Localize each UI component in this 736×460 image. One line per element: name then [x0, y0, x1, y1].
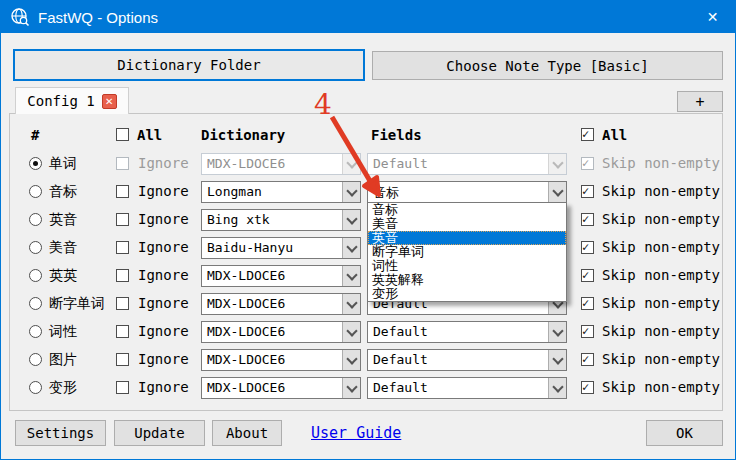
- ignore-checkbox[interactable]: [116, 325, 129, 338]
- user-guide-link[interactable]: User Guide: [311, 424, 401, 442]
- fields-select[interactable]: Default: [367, 321, 567, 343]
- fields-select[interactable]: Default: [367, 349, 567, 371]
- fields-select[interactable]: Default: [367, 153, 567, 175]
- chevron-down-icon: [548, 154, 566, 174]
- row-label: 音标: [49, 183, 77, 201]
- dictionary-select[interactable]: MDX-LDOCE6: [201, 321, 361, 343]
- title-bar: FastWQ - Options ✕: [1, 1, 735, 33]
- chevron-down-icon: [548, 322, 566, 342]
- ok-button[interactable]: OK: [646, 420, 723, 446]
- table-row: 变形 Ignore MDX-LDOCE6 Default Skip non-em…: [1, 374, 736, 402]
- dropdown-option[interactable]: 音标: [368, 203, 566, 217]
- all-ignore-checkbox[interactable]: [116, 128, 129, 141]
- skip-non-empty-checkbox[interactable]: [581, 325, 594, 338]
- close-button[interactable]: ✕: [690, 1, 735, 33]
- all-skip-checkbox[interactable]: [581, 128, 594, 141]
- skip-non-empty-checkbox[interactable]: [581, 297, 594, 310]
- ignore-label: Ignore: [138, 267, 189, 283]
- dictionary-select[interactable]: MDX-LDOCE6: [201, 153, 361, 175]
- skip-non-empty-checkbox[interactable]: [581, 213, 594, 226]
- add-tab-button[interactable]: +: [677, 91, 723, 112]
- fields-dropdown-list: 音标 美音 英音 断字单词 词性 英英解释 变形: [367, 202, 567, 302]
- ignore-checkbox[interactable]: [116, 241, 129, 254]
- ignore-label: Ignore: [138, 379, 189, 395]
- word-radio[interactable]: [29, 353, 42, 366]
- chevron-down-icon: [342, 266, 360, 286]
- settings-button[interactable]: Settings: [15, 420, 106, 446]
- update-button[interactable]: Update: [114, 420, 205, 446]
- column-header-fields: Fields: [371, 127, 422, 143]
- dictionary-select[interactable]: MDX-LDOCE6: [201, 293, 361, 315]
- word-radio[interactable]: [29, 213, 42, 226]
- ignore-checkbox[interactable]: [116, 269, 129, 282]
- word-radio[interactable]: [29, 241, 42, 254]
- skip-non-empty-label: Skip non-empty: [602, 267, 720, 283]
- ignore-checkbox[interactable]: [116, 297, 129, 310]
- fields-select[interactable]: Default: [367, 377, 567, 399]
- row-label: 英英: [49, 267, 77, 285]
- dropdown-option[interactable]: 词性: [368, 259, 566, 273]
- dictionary-select[interactable]: Longman: [201, 181, 361, 203]
- table-row: 图片 Ignore MDX-LDOCE6 Default Skip non-em…: [1, 346, 736, 374]
- skip-non-empty-checkbox[interactable]: [581, 185, 594, 198]
- dictionary-select[interactable]: Baidu-Hanyu: [201, 237, 361, 259]
- globe-search-icon: [10, 7, 30, 27]
- tab-config-1[interactable]: Config 1 ✕: [15, 87, 129, 114]
- all-skip-label: All: [602, 127, 627, 143]
- row-label: 图片: [49, 351, 77, 369]
- dropdown-option-highlighted[interactable]: 英音: [368, 231, 566, 245]
- row-label: 词性: [49, 323, 77, 341]
- skip-non-empty-label: Skip non-empty: [602, 155, 720, 171]
- word-radio[interactable]: [29, 269, 42, 282]
- skip-non-empty-checkbox[interactable]: [581, 381, 594, 394]
- dropdown-option[interactable]: 美音: [368, 217, 566, 231]
- column-header-dictionary: Dictionary: [201, 127, 285, 143]
- word-radio[interactable]: [29, 157, 42, 170]
- ignore-label: Ignore: [138, 183, 189, 199]
- dictionary-folder-button[interactable]: Dictionary Folder: [13, 49, 365, 81]
- row-label: 单词: [49, 155, 77, 173]
- dropdown-option[interactable]: 变形: [368, 287, 566, 301]
- fields-select-open[interactable]: 音标: [367, 181, 567, 203]
- chevron-down-icon: [548, 378, 566, 398]
- options-window: FastWQ - Options ✕ Dictionary Folder Cho…: [0, 0, 736, 460]
- tab-label: Config 1: [27, 93, 94, 109]
- ignore-checkbox[interactable]: [116, 157, 129, 170]
- ignore-checkbox[interactable]: [116, 185, 129, 198]
- word-radio[interactable]: [29, 381, 42, 394]
- chevron-down-icon: [342, 350, 360, 370]
- dictionary-select[interactable]: MDX-LDOCE6: [201, 265, 361, 287]
- skip-non-empty-checkbox[interactable]: [581, 353, 594, 366]
- skip-non-empty-label: Skip non-empty: [602, 211, 720, 227]
- ignore-checkbox[interactable]: [116, 353, 129, 366]
- word-radio[interactable]: [29, 325, 42, 338]
- skip-non-empty-checkbox[interactable]: [581, 241, 594, 254]
- skip-non-empty-checkbox[interactable]: [581, 269, 594, 282]
- chevron-down-icon: [342, 182, 360, 202]
- ignore-checkbox[interactable]: [116, 381, 129, 394]
- about-button[interactable]: About: [212, 420, 282, 446]
- tab-close-icon[interactable]: ✕: [102, 94, 117, 109]
- ignore-label: Ignore: [138, 155, 189, 171]
- all-ignore-label: All: [137, 127, 162, 143]
- row-label: 变形: [49, 379, 77, 397]
- dictionary-select[interactable]: MDX-LDOCE6: [201, 349, 361, 371]
- dictionary-select[interactable]: Bing xtk: [201, 209, 361, 231]
- chevron-down-icon: [342, 294, 360, 314]
- chevron-down-icon: [548, 182, 566, 202]
- dictionary-select[interactable]: MDX-LDOCE6: [201, 377, 361, 399]
- dropdown-option[interactable]: 英英解释: [368, 273, 566, 287]
- row-label: 美音: [49, 239, 77, 257]
- dropdown-option[interactable]: 断字单词: [368, 245, 566, 259]
- skip-non-empty-checkbox[interactable]: [581, 157, 594, 170]
- chevron-down-icon: [342, 238, 360, 258]
- ignore-label: Ignore: [138, 239, 189, 255]
- word-radio[interactable]: [29, 185, 42, 198]
- ignore-label: Ignore: [138, 323, 189, 339]
- ignore-checkbox[interactable]: [116, 213, 129, 226]
- column-header-number: #: [31, 127, 39, 143]
- word-radio[interactable]: [29, 297, 42, 310]
- chevron-down-icon: [548, 350, 566, 370]
- ignore-label: Ignore: [138, 295, 189, 311]
- choose-note-type-button[interactable]: Choose Note Type [Basic]: [372, 51, 723, 80]
